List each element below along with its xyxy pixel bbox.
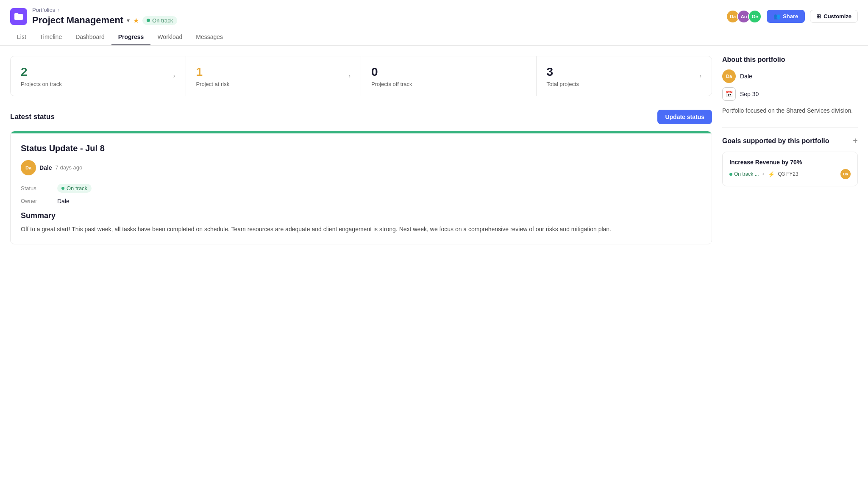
- page-title: Project Management: [32, 15, 123, 26]
- tab-dashboard[interactable]: Dashboard: [69, 29, 111, 45]
- about-owner-row: Da Dale: [722, 69, 858, 83]
- update-status-button[interactable]: Update status: [657, 110, 712, 124]
- stat-at-risk-number: 1: [196, 65, 230, 79]
- about-date-row: 📅 Sep 30: [722, 87, 858, 101]
- favorite-star-icon[interactable]: ★: [133, 17, 139, 25]
- tab-workload[interactable]: Workload: [150, 29, 189, 45]
- calendar-icon: 📅: [722, 87, 736, 101]
- breadcrumb-arrow: ›: [58, 7, 59, 13]
- portfolio-folder-icon: [10, 8, 27, 25]
- goals-header: Goals supported by this portfolio +: [722, 136, 858, 146]
- latest-status-title: Latest status: [10, 113, 55, 121]
- goals-section: Goals supported by this portfolio + Incr…: [722, 136, 858, 186]
- latest-status-header: Latest status Update status: [10, 110, 712, 124]
- summary-text: Off to a great start! This past week, al…: [21, 224, 701, 234]
- status-card: Status Update - Jul 8 Da Dale 7 days ago…: [10, 131, 712, 244]
- avatar-ge[interactable]: Ge: [748, 10, 762, 23]
- about-owner-avatar: Da: [722, 69, 736, 83]
- share-button[interactable]: 👥 Share: [767, 10, 805, 23]
- status-update-title: Status Update - Jul 8: [21, 144, 701, 153]
- stat-off-track-number: 0: [371, 65, 412, 79]
- stat-total-arrow[interactable]: ›: [699, 72, 701, 79]
- header-actions: Da Au Ge 👥 Share ⊞ Customize: [726, 10, 858, 23]
- goal-card[interactable]: Increase Revenue by 70% On track ... • ⚡…: [722, 152, 858, 186]
- stat-on-track-arrow[interactable]: ›: [173, 72, 175, 79]
- goal-status-dot-icon: [729, 173, 732, 176]
- owner-value: Dale: [57, 198, 70, 205]
- status-pill-dot-icon: [61, 187, 64, 190]
- stat-on-track[interactable]: 2 Projects on track ›: [11, 56, 186, 96]
- share-icon: 👥: [773, 13, 780, 19]
- about-section: About this portfolio Da Dale 📅 Sep 30 Po…: [722, 56, 858, 115]
- about-owner-name: Dale: [740, 73, 752, 80]
- customize-button[interactable]: ⊞ Customize: [810, 10, 858, 23]
- breadcrumb: Portfolios ›: [32, 7, 177, 13]
- about-date: Sep 30: [740, 91, 759, 97]
- tab-timeline[interactable]: Timeline: [33, 29, 69, 45]
- status-label: Status: [21, 185, 50, 191]
- stat-on-track-number: 2: [21, 65, 62, 79]
- goal-separator: •: [762, 171, 765, 177]
- author-avatar: Da: [21, 160, 36, 175]
- goal-meta: On track ... • ⚡ Q3 FY23 Da: [729, 169, 851, 179]
- avatar-group: Da Au Ge: [726, 10, 762, 23]
- goal-avatar: Da: [840, 169, 851, 179]
- goals-title: Goals supported by this portfolio: [722, 137, 829, 145]
- stat-on-track-label: Projects on track: [21, 81, 62, 87]
- about-title: About this portfolio: [722, 56, 858, 64]
- stats-grid: 2 Projects on track › 1 Project at risk …: [10, 56, 712, 96]
- nav-tabs: List Timeline Dashboard Progress Workloa…: [10, 29, 858, 45]
- title-dropdown-icon[interactable]: ▾: [127, 17, 130, 24]
- add-goal-button[interactable]: +: [853, 136, 858, 146]
- owner-detail-row: Owner Dale: [21, 198, 701, 205]
- stat-at-risk-arrow[interactable]: ›: [348, 72, 351, 79]
- author-time: 7 days ago: [56, 164, 83, 171]
- customize-icon: ⊞: [816, 13, 821, 19]
- stat-off-track: 0 Projects off track: [361, 56, 537, 96]
- author-name: Dale: [39, 164, 52, 171]
- status-pill: On track: [57, 184, 92, 193]
- stat-off-track-label: Projects off track: [371, 81, 412, 87]
- goal-quarter: Q3 FY23: [778, 171, 798, 177]
- stat-at-risk-label: Project at risk: [196, 81, 230, 87]
- owner-label: Owner: [21, 198, 50, 204]
- author-row: Da Dale 7 days ago: [21, 160, 701, 175]
- tab-messages[interactable]: Messages: [189, 29, 230, 45]
- tab-progress[interactable]: Progress: [111, 29, 151, 45]
- summary-title: Summary: [21, 211, 701, 220]
- status-dot-icon: [147, 19, 150, 22]
- status-detail-row: Status On track: [21, 184, 701, 193]
- goal-status: On track ...: [729, 171, 759, 177]
- stat-total[interactable]: 3 Total projects ›: [537, 56, 712, 96]
- goal-lightning-icon: ⚡: [768, 171, 775, 177]
- about-description: Portfolio focused on the Shared Services…: [722, 106, 858, 115]
- stat-total-number: 3: [547, 65, 579, 79]
- tab-list[interactable]: List: [10, 29, 33, 45]
- status-badge[interactable]: On track: [142, 16, 177, 25]
- divider: [722, 127, 858, 127]
- goal-name: Increase Revenue by 70%: [729, 159, 851, 166]
- stat-at-risk[interactable]: 1 Project at risk ›: [186, 56, 362, 96]
- stat-total-label: Total projects: [547, 81, 579, 87]
